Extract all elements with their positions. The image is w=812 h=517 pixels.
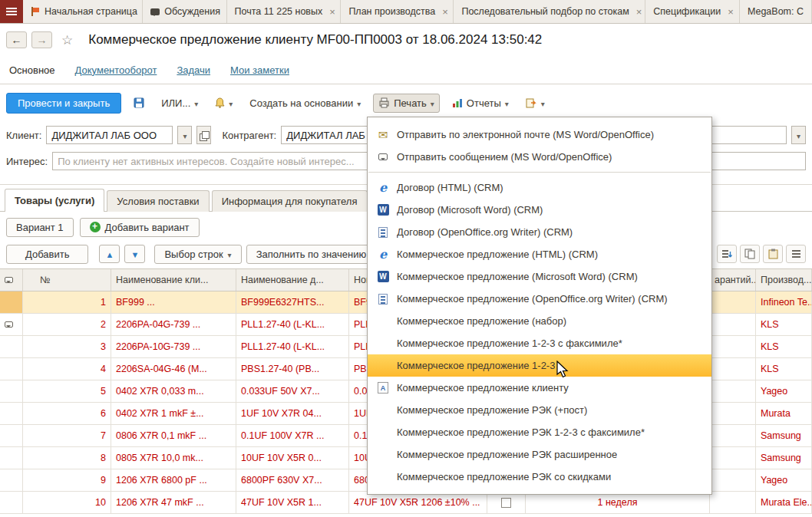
flag-icon — [31, 7, 40, 16]
export-doc-icon — [526, 97, 537, 108]
cell-warranty — [710, 358, 756, 380]
bell-icon — [215, 97, 225, 108]
create-based-on-button[interactable]: Создать на основании — [245, 94, 365, 112]
post-and-close-button[interactable]: Провести и закрыть — [6, 93, 121, 114]
client-open-button[interactable] — [196, 126, 211, 144]
select-rows-button[interactable]: Выбор строк — [154, 245, 241, 264]
menu-item-kp-123-facsimile[interactable]: Коммерческое предложение 1-2-3 с факсими… — [368, 332, 711, 354]
printer-icon — [378, 97, 390, 108]
menu-item-kp-html[interactable]: Коммерческое предложение (HTML) (CRM) — [368, 243, 711, 265]
cell-warranty — [710, 380, 756, 402]
header-name-client[interactable]: Наименование кли... — [111, 269, 236, 291]
tab-megabom[interactable]: MegaBom: С — [740, 0, 812, 23]
copy-rows-button[interactable] — [740, 245, 760, 263]
sort-rows-button[interactable] — [717, 245, 737, 263]
tab-mail[interactable]: Почта 11 225 новых — [227, 0, 342, 23]
move-row-down-button[interactable] — [124, 245, 145, 263]
menu-item-kp-rek-discounts[interactable]: Коммерческое предложение РЭК со скидками — [368, 466, 711, 488]
header-manufacturer[interactable]: Производ... — [756, 269, 812, 291]
close-tab-icon[interactable] — [442, 6, 448, 18]
close-tab-icon[interactable] — [329, 6, 335, 18]
list-icon — [791, 249, 801, 258]
hamburger-icon — [6, 8, 17, 15]
discussion-icon — [150, 8, 160, 15]
nav-docflow[interactable]: Документооборот — [75, 64, 157, 76]
client-dropdown-button[interactable] — [177, 126, 192, 144]
forward-button[interactable] — [31, 31, 52, 48]
close-tab-icon[interactable] — [636, 6, 642, 18]
add-variant-button[interactable]: Добавить вариант — [80, 218, 200, 237]
reminder-button[interactable] — [210, 94, 237, 112]
nav-main[interactable]: Основное — [9, 64, 55, 76]
interest-label: Интерес: — [6, 156, 48, 167]
message-icon — [378, 153, 388, 160]
header-name-doc[interactable]: Наименование д... — [236, 269, 349, 291]
nav-tasks[interactable]: Задачи — [177, 64, 210, 76]
cell-num: 8 — [23, 447, 111, 469]
row-checkbox[interactable] — [501, 498, 511, 508]
tab-delivery-terms[interactable]: Условия поставки — [107, 190, 209, 212]
header-comment[interactable] — [0, 269, 23, 291]
paste-rows-button[interactable] — [763, 245, 783, 263]
cell-warranty — [710, 336, 756, 357]
cell-name-client: 1206 X7R 6800 pF ... — [111, 469, 236, 491]
menu-item-contract-html[interactable]: Договор (HTML) (CRM) — [368, 176, 711, 199]
menu-item-kp-rek-post[interactable]: Коммерческое предложение РЭК (+пост) — [368, 399, 711, 421]
menu-item-kp-123[interactable]: Коммерческое предложение 1-2-3 — [368, 354, 711, 377]
cell-num: 2 — [23, 314, 111, 335]
tab-home[interactable]: Начальная страница — [23, 0, 143, 23]
tab-specifications[interactable]: Спецификации — [645, 0, 740, 23]
cell-name-client: 0805 X7R 10,0 mk... — [111, 447, 236, 469]
cell-manufacturer: KLS — [756, 358, 812, 380]
plus-icon — [90, 222, 101, 232]
save-button[interactable] — [129, 94, 149, 111]
cell-comment — [0, 314, 23, 335]
menu-item-kp-rek-123-facsimile[interactable]: Коммерческое предложение РЭК 1-2-3 с фак… — [368, 421, 711, 443]
back-button[interactable] — [6, 31, 27, 48]
menu-item-kp-set[interactable]: Коммерческое предложение (набор) — [368, 310, 711, 332]
move-row-up-button[interactable] — [99, 245, 120, 263]
arrow-up-icon — [106, 249, 114, 260]
menu-item-send-message[interactable]: Отправить сообщением (MS Word/OpenOffice… — [368, 146, 711, 168]
or-menu-button[interactable]: ИЛИ... — [157, 94, 203, 112]
nav-my-notes[interactable]: Мои заметки — [230, 64, 289, 76]
tab-goods-services[interactable]: Товары (услуги) — [5, 189, 104, 212]
cell-name-client: 2206SA-04G-46 (М... — [111, 358, 236, 380]
tab-buyer-info[interactable]: Информация для покупателя — [212, 190, 368, 212]
reports-menu-button[interactable]: Отчеты — [447, 94, 513, 112]
table-row[interactable]: 10 1206 X7R 47 mkF ... 47UF 10V X5R 1...… — [0, 492, 812, 514]
favorite-star-icon[interactable] — [61, 32, 73, 48]
menu-item-kp-word[interactable]: Коммерческое предложение (Microsoft Word… — [368, 265, 711, 288]
cell-checkbox — [487, 492, 526, 513]
header-warranty[interactable]: арантий... — [710, 269, 756, 291]
client-input[interactable] — [46, 126, 173, 144]
tab-sequential-stock-pick[interactable]: Последовательный подбор по стокам — [454, 0, 645, 23]
main-menu-button[interactable] — [0, 0, 23, 23]
menu-item-kp-rek-extended[interactable]: Коммерческое предложение РЭК расширенное — [368, 443, 711, 466]
cell-comment — [0, 469, 23, 491]
menu-item-send-email[interactable]: Отправить по электронной почте (MS Word/… — [368, 123, 711, 146]
print-menu-button[interactable]: Печать — [373, 94, 440, 113]
cell-name-doc: 6800PF 630V X7... — [236, 469, 349, 491]
menu-item-kp-writer[interactable]: Коммерческое предложение (OpenOffice.org… — [368, 288, 711, 310]
table-settings-button[interactable] — [786, 245, 806, 263]
menu-item-kp-client[interactable]: Коммерческое предложение клиенту — [368, 377, 711, 399]
export-menu-button[interactable] — [521, 94, 550, 112]
header-num[interactable]: № — [23, 269, 111, 291]
back-arrow-icon — [12, 34, 22, 46]
counterparty-dropdown-button[interactable] — [791, 126, 806, 144]
menu-item-contract-writer[interactable]: Договор (OpenOffice.org Writer) (CRM) — [368, 221, 711, 243]
tab-production-plan[interactable]: План производства — [341, 0, 454, 23]
chevron-down-icon — [228, 249, 232, 260]
window-tab-bar: Начальная страница Обсуждения Почта 11 2… — [0, 0, 812, 24]
close-tab-icon[interactable] — [728, 6, 734, 18]
add-row-button[interactable]: Добавить — [6, 245, 88, 264]
cell-comment — [0, 336, 23, 357]
tab-discussions[interactable]: Обсуждения — [143, 0, 226, 23]
variant-1-button[interactable]: Вариант 1 — [6, 218, 74, 237]
fill-by-value-button[interactable]: Заполнить по значению — [246, 245, 377, 264]
cell-warranty — [710, 314, 756, 335]
word-icon — [378, 271, 389, 282]
menu-item-contract-word[interactable]: Договор (Microsoft Word) (CRM) — [368, 199, 711, 221]
arrow-down-icon — [131, 249, 140, 260]
